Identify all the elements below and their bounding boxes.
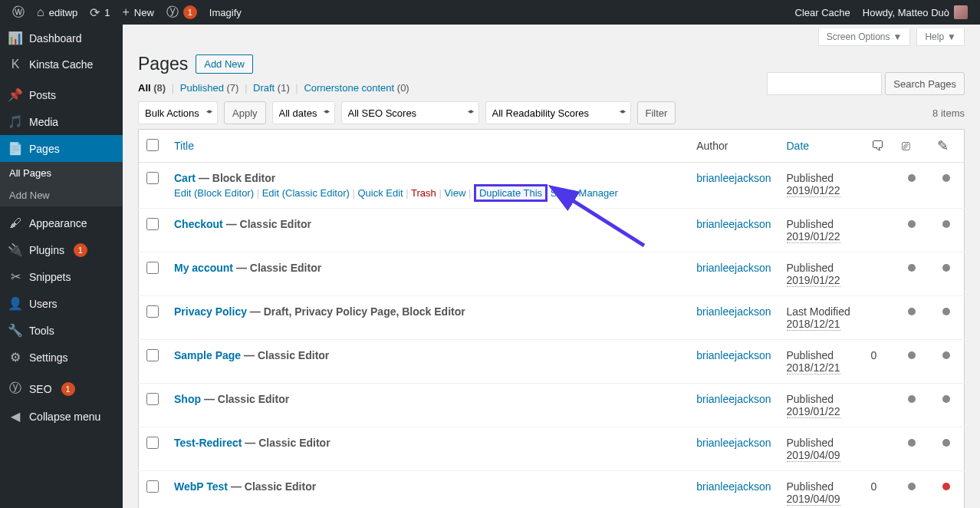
author-link[interactable]: brianleejackson [696,218,771,230]
readability-filter-select[interactable]: All Readability Scores [485,101,631,124]
date-prefix: Published [787,393,834,405]
clear-cache[interactable]: Clear Cache [789,0,857,25]
sidebar-item-pages[interactable]: 📄Pages [0,135,123,162]
media-icon: 🎵 [8,114,23,129]
snippets-icon: ✂ [8,269,23,284]
view-cornerstone[interactable]: Cornerstone content (0) [304,82,409,94]
sidebar-badge: 1 [74,243,87,257]
readability-dot [942,220,950,228]
site-label: editwp [49,7,78,18]
help-button[interactable]: Help ▼ [916,28,965,46]
users-icon: 👤 [8,296,23,311]
row-checkbox[interactable] [146,393,159,405]
quick-edit-link[interactable]: Quick Edit [357,187,403,199]
dashboard-icon: 📊 [8,31,23,45]
date-value: 2019/01/22 [787,274,840,287]
row-title-link[interactable]: Cart [174,172,196,184]
author-link[interactable]: brianleejackson [696,393,771,405]
row-title-link[interactable]: Privacy Policy [174,305,247,318]
yoast[interactable]: ⓨ1 [160,0,203,25]
sidebar-item-users[interactable]: 👤Users [0,290,123,317]
table-row: Shop — Classic Editor brianleejackson Pu… [139,384,965,427]
row-title-link[interactable]: Shop [174,393,201,405]
edit-block-link[interactable]: Edit (Block Editor) [174,187,254,199]
author-link[interactable]: brianleejackson [696,349,771,361]
script-manager-link[interactable]: Script Manager [551,187,618,199]
sidebar-item-label: Kinsta Cache [29,58,93,71]
author-link[interactable]: brianleejackson [696,305,771,318]
new-content[interactable]: +New [116,0,159,25]
sidebar-item-kinsta-cache[interactable]: KKinsta Cache [0,51,123,78]
my-account[interactable]: Howdy, Matteo Duò [857,0,974,25]
kinsta-icon: K [8,58,23,71]
date-value: 2019/04/09 [787,493,840,506]
row-checkbox[interactable] [146,218,159,230]
author-link[interactable]: brianleejackson [696,262,771,274]
sidebar-item-plugins[interactable]: 🔌Plugins1 [0,236,123,263]
column-author: Author [689,130,778,163]
row-title-link[interactable]: My account [174,262,233,274]
pin-icon: 📌 [8,87,23,102]
author-link[interactable]: brianleejackson [696,437,771,449]
row-checkbox[interactable] [146,437,159,449]
imagify[interactable]: Imagify [203,0,248,25]
bulk-actions-select[interactable]: Bulk Actions [138,101,218,124]
updates[interactable]: ⟳1 [84,0,116,25]
column-date[interactable]: Date [787,140,810,152]
row-title-link[interactable]: WebP Test [174,480,228,493]
row-title-link[interactable]: Checkout [174,218,223,230]
row-checkbox[interactable] [146,349,159,361]
wp-logo[interactable]: ⓦ [6,0,31,25]
view-link[interactable]: View [444,187,465,199]
screen-options-button[interactable]: Screen Options ▼ [818,28,911,46]
row-checkbox[interactable] [146,262,159,274]
howdy-label: Howdy, Matteo Duò [863,7,949,18]
seo-dot [908,483,916,490]
select-all-checkbox[interactable] [146,139,159,151]
sidebar-item-tools[interactable]: 🔧Tools [0,317,123,344]
sidebar-item-dashboard[interactable]: 📊Dashboard [0,25,123,51]
sidebar-item-posts[interactable]: 📌Posts [0,81,123,108]
view-all[interactable]: All (8) [138,82,166,94]
avatar [954,5,968,19]
row-checkbox[interactable] [146,305,159,318]
sidebar-item-snippets[interactable]: ✂Snippets [0,263,123,290]
search-input[interactable] [767,72,882,95]
seo-filter-select[interactable]: All SEO Scores [341,101,479,124]
readability-icon: ✎ [937,138,949,153]
view-published[interactable]: Published (7) [180,82,239,94]
dates-filter-select[interactable]: All dates [272,101,335,124]
filter-button[interactable]: Filter [637,101,676,124]
comments-count: 0 [863,340,894,384]
row-checkbox[interactable] [146,172,159,184]
add-new-button[interactable]: Add New [196,54,253,74]
submenu-add-new[interactable]: Add New [0,184,123,206]
submenu-all-pages[interactable]: All Pages [0,162,123,184]
edit-classic-link[interactable]: Edit (Classic Editor) [262,187,350,199]
admin-bar: ⓦ ⌂editwp ⟳1 +New ⓨ1 Imagify Clear Cache… [0,0,980,25]
table-row: Sample Page — Classic Editor brianleejac… [139,340,965,384]
sidebar-item-appearance[interactable]: 🖌Appearance [0,210,123,236]
row-title-link[interactable]: Test-Redirect [174,437,242,449]
site-name[interactable]: ⌂editwp [31,0,84,25]
column-title[interactable]: Title [174,140,194,152]
comments-count [863,384,894,427]
apply-button[interactable]: Apply [224,101,266,124]
row-checkbox[interactable] [146,480,159,493]
duplicate-this-link[interactable]: Duplicate This [474,184,548,202]
sidebar-item-collapse-menu[interactable]: ◀Collapse menu [0,403,123,430]
trash-link[interactable]: Trash [411,187,436,199]
row-title-link[interactable]: Sample Page [174,349,241,361]
search-button[interactable]: Search Pages [885,72,965,95]
table-row: WebP Test — Classic Editor brianleejacks… [139,471,965,509]
post-state: — Classic Editor [223,218,311,230]
author-link[interactable]: brianleejackson [696,172,771,184]
view-draft[interactable]: Draft (1) [253,82,290,94]
sidebar-item-settings[interactable]: ⚙Settings [0,344,123,371]
date-value: 2018/12/21 [787,361,840,374]
page-title: Pages [138,54,188,74]
readability-dot [942,395,950,403]
author-link[interactable]: brianleejackson [696,480,771,493]
sidebar-item-seo[interactable]: ⓨSEO1 [0,374,123,403]
sidebar-item-media[interactable]: 🎵Media [0,108,123,135]
